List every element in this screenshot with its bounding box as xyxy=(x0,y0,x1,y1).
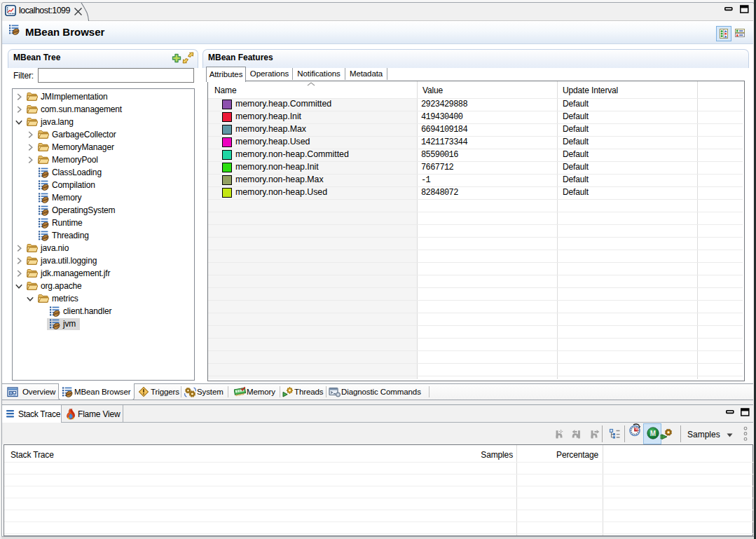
svg-text:M: M xyxy=(650,430,656,437)
